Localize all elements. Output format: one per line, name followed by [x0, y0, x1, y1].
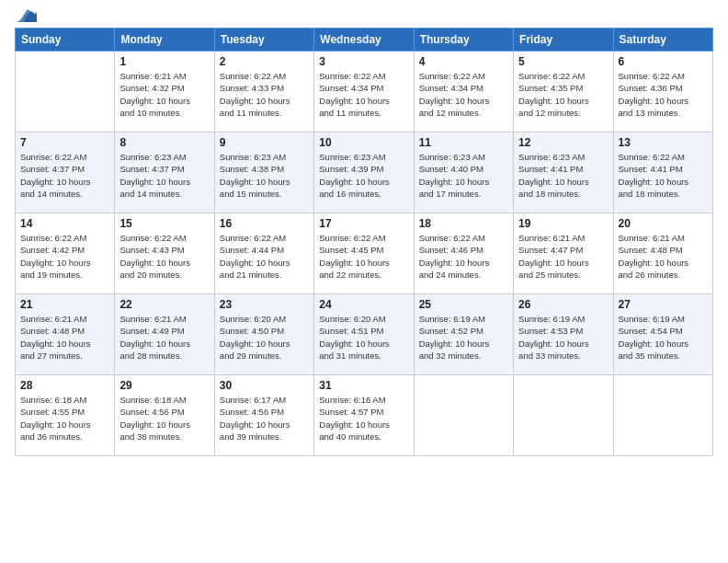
day-number: 3 — [319, 55, 408, 68]
day-number: 26 — [518, 298, 608, 311]
header — [15, 9, 713, 22]
calendar-cell: 29Sunrise: 6:18 AM Sunset: 4:56 PM Dayli… — [115, 375, 214, 456]
weekday-header-tuesday: Tuesday — [214, 29, 313, 52]
calendar-table: SundayMondayTuesdayWednesdayThursdayFrid… — [15, 28, 713, 456]
day-info: Sunrise: 6:22 AM Sunset: 4:36 PM Dayligh… — [619, 70, 708, 119]
day-number: 31 — [319, 379, 408, 392]
day-number: 17 — [319, 217, 408, 230]
weekday-header-friday: Friday — [514, 29, 613, 52]
day-number: 28 — [20, 379, 109, 392]
calendar-cell: 7Sunrise: 6:22 AM Sunset: 4:37 PM Daylig… — [16, 132, 115, 213]
day-number: 27 — [619, 298, 708, 311]
calendar-cell: 6Sunrise: 6:22 AM Sunset: 4:36 PM Daylig… — [613, 52, 712, 132]
day-info: Sunrise: 6:21 AM Sunset: 4:48 PM Dayligh… — [619, 232, 708, 281]
day-info: Sunrise: 6:23 AM Sunset: 4:37 PM Dayligh… — [119, 151, 209, 200]
logo — [15, 9, 37, 22]
day-info: Sunrise: 6:20 AM Sunset: 4:50 PM Dayligh… — [220, 313, 309, 362]
day-info: Sunrise: 6:22 AM Sunset: 4:34 PM Dayligh… — [419, 70, 508, 119]
calendar-cell — [514, 375, 613, 456]
day-info: Sunrise: 6:19 AM Sunset: 4:54 PM Dayligh… — [619, 313, 708, 362]
calendar-cell: 13Sunrise: 6:22 AM Sunset: 4:41 PM Dayli… — [613, 132, 712, 213]
calendar-cell: 2Sunrise: 6:22 AM Sunset: 4:33 PM Daylig… — [214, 52, 313, 132]
day-number: 14 — [20, 217, 109, 230]
day-info: Sunrise: 6:22 AM Sunset: 4:34 PM Dayligh… — [319, 70, 408, 119]
page: SundayMondayTuesdayWednesdayThursdayFrid… — [0, 0, 728, 563]
calendar-cell: 9Sunrise: 6:23 AM Sunset: 4:38 PM Daylig… — [214, 132, 313, 213]
day-number: 18 — [419, 217, 508, 230]
calendar-cell: 17Sunrise: 6:22 AM Sunset: 4:45 PM Dayli… — [314, 213, 414, 294]
calendar-cell: 27Sunrise: 6:19 AM Sunset: 4:54 PM Dayli… — [613, 294, 712, 375]
day-info: Sunrise: 6:21 AM Sunset: 4:49 PM Dayligh… — [119, 313, 209, 362]
day-number: 7 — [20, 136, 109, 149]
day-info: Sunrise: 6:16 AM Sunset: 4:57 PM Dayligh… — [319, 394, 408, 442]
day-number: 1 — [119, 55, 209, 68]
day-number: 30 — [220, 379, 309, 392]
calendar-cell: 20Sunrise: 6:21 AM Sunset: 4:48 PM Dayli… — [613, 213, 712, 294]
day-info: Sunrise: 6:22 AM Sunset: 4:44 PM Dayligh… — [220, 232, 309, 281]
calendar-cell: 31Sunrise: 6:16 AM Sunset: 4:57 PM Dayli… — [314, 375, 414, 456]
calendar-cell: 11Sunrise: 6:23 AM Sunset: 4:40 PM Dayli… — [414, 132, 513, 213]
day-info: Sunrise: 6:21 AM Sunset: 4:32 PM Dayligh… — [119, 70, 209, 119]
day-number: 5 — [518, 55, 608, 68]
calendar-cell: 22Sunrise: 6:21 AM Sunset: 4:49 PM Dayli… — [115, 294, 214, 375]
day-number: 21 — [20, 298, 109, 311]
day-info: Sunrise: 6:22 AM Sunset: 4:41 PM Dayligh… — [619, 151, 708, 200]
calendar-cell: 15Sunrise: 6:22 AM Sunset: 4:43 PM Dayli… — [115, 213, 214, 294]
calendar-week-row: 14Sunrise: 6:22 AM Sunset: 4:42 PM Dayli… — [16, 213, 713, 294]
calendar-cell: 24Sunrise: 6:20 AM Sunset: 4:51 PM Dayli… — [314, 294, 414, 375]
calendar-header-row: SundayMondayTuesdayWednesdayThursdayFrid… — [16, 29, 713, 52]
calendar-week-row: 7Sunrise: 6:22 AM Sunset: 4:37 PM Daylig… — [16, 132, 713, 213]
calendar-cell: 8Sunrise: 6:23 AM Sunset: 4:37 PM Daylig… — [115, 132, 214, 213]
day-number: 22 — [119, 298, 209, 311]
day-info: Sunrise: 6:18 AM Sunset: 4:56 PM Dayligh… — [119, 394, 209, 442]
calendar-cell — [414, 375, 513, 456]
day-info: Sunrise: 6:20 AM Sunset: 4:51 PM Dayligh… — [319, 313, 408, 362]
calendar-cell: 12Sunrise: 6:23 AM Sunset: 4:41 PM Dayli… — [514, 132, 613, 213]
weekday-header-monday: Monday — [115, 29, 214, 52]
calendar-cell: 21Sunrise: 6:21 AM Sunset: 4:48 PM Dayli… — [16, 294, 115, 375]
logo-icon — [17, 7, 37, 22]
weekday-header-thursday: Thursday — [414, 29, 513, 52]
day-info: Sunrise: 6:17 AM Sunset: 4:56 PM Dayligh… — [220, 394, 309, 442]
weekday-header-wednesday: Wednesday — [314, 29, 414, 52]
day-number: 25 — [419, 298, 508, 311]
calendar-week-row: 1Sunrise: 6:21 AM Sunset: 4:32 PM Daylig… — [16, 52, 713, 132]
calendar-cell: 5Sunrise: 6:22 AM Sunset: 4:35 PM Daylig… — [514, 52, 613, 132]
calendar-cell: 26Sunrise: 6:19 AM Sunset: 4:53 PM Dayli… — [514, 294, 613, 375]
day-info: Sunrise: 6:22 AM Sunset: 4:46 PM Dayligh… — [419, 232, 508, 281]
day-number: 4 — [419, 55, 508, 68]
calendar-cell: 30Sunrise: 6:17 AM Sunset: 4:56 PM Dayli… — [214, 375, 313, 456]
day-info: Sunrise: 6:22 AM Sunset: 4:33 PM Dayligh… — [220, 70, 309, 119]
day-info: Sunrise: 6:19 AM Sunset: 4:52 PM Dayligh… — [419, 313, 508, 362]
day-info: Sunrise: 6:19 AM Sunset: 4:53 PM Dayligh… — [518, 313, 608, 362]
day-number: 29 — [119, 379, 209, 392]
day-number: 15 — [119, 217, 209, 230]
calendar-cell: 16Sunrise: 6:22 AM Sunset: 4:44 PM Dayli… — [214, 213, 313, 294]
calendar-cell: 10Sunrise: 6:23 AM Sunset: 4:39 PM Dayli… — [314, 132, 414, 213]
day-number: 13 — [619, 136, 708, 149]
day-info: Sunrise: 6:22 AM Sunset: 4:45 PM Dayligh… — [319, 232, 408, 281]
calendar-week-row: 21Sunrise: 6:21 AM Sunset: 4:48 PM Dayli… — [16, 294, 713, 375]
calendar-cell: 1Sunrise: 6:21 AM Sunset: 4:32 PM Daylig… — [115, 52, 214, 132]
day-info: Sunrise: 6:23 AM Sunset: 4:39 PM Dayligh… — [319, 151, 408, 200]
calendar-cell: 28Sunrise: 6:18 AM Sunset: 4:55 PM Dayli… — [16, 375, 115, 456]
day-number: 11 — [419, 136, 508, 149]
day-number: 24 — [319, 298, 408, 311]
day-number: 6 — [619, 55, 708, 68]
day-info: Sunrise: 6:21 AM Sunset: 4:47 PM Dayligh… — [518, 232, 608, 281]
day-info: Sunrise: 6:23 AM Sunset: 4:38 PM Dayligh… — [220, 151, 309, 200]
weekday-header-saturday: Saturday — [613, 29, 712, 52]
day-number: 16 — [220, 217, 309, 230]
calendar-cell: 4Sunrise: 6:22 AM Sunset: 4:34 PM Daylig… — [414, 52, 513, 132]
calendar-week-row: 28Sunrise: 6:18 AM Sunset: 4:55 PM Dayli… — [16, 375, 713, 456]
day-info: Sunrise: 6:22 AM Sunset: 4:35 PM Dayligh… — [518, 70, 608, 119]
day-number: 23 — [220, 298, 309, 311]
day-info: Sunrise: 6:23 AM Sunset: 4:41 PM Dayligh… — [518, 151, 608, 200]
day-number: 20 — [619, 217, 708, 230]
calendar-cell: 18Sunrise: 6:22 AM Sunset: 4:46 PM Dayli… — [414, 213, 513, 294]
day-info: Sunrise: 6:22 AM Sunset: 4:42 PM Dayligh… — [20, 232, 109, 281]
day-number: 12 — [518, 136, 608, 149]
day-number: 10 — [319, 136, 408, 149]
day-info: Sunrise: 6:22 AM Sunset: 4:37 PM Dayligh… — [20, 151, 109, 200]
calendar-cell: 14Sunrise: 6:22 AM Sunset: 4:42 PM Dayli… — [16, 213, 115, 294]
